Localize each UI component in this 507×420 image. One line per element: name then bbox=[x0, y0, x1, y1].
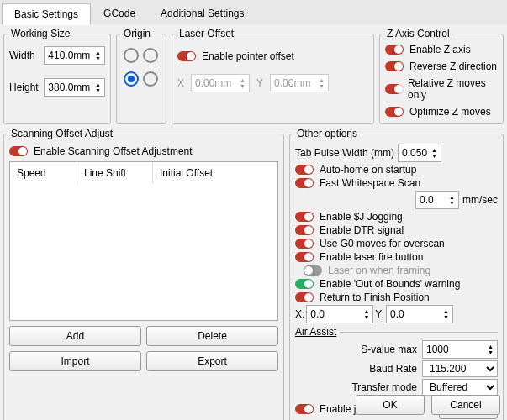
scanning-offset-table[interactable]: Speed Line Shift Initial Offset bbox=[9, 161, 278, 321]
return-finish-toggle[interactable] bbox=[295, 292, 314, 302]
tab-pulse-label: Tab Pulse Width (mm) bbox=[295, 147, 394, 159]
width-input[interactable] bbox=[48, 50, 90, 61]
finish-x-label: X: bbox=[295, 308, 304, 320]
height-input[interactable] bbox=[48, 81, 90, 93]
tab-additional-settings[interactable]: Additional Settings bbox=[148, 3, 256, 24]
reverse-z-label: Reverse Z direction bbox=[409, 60, 497, 72]
enable-pointer-offset-label: Enable pointer offset bbox=[202, 50, 294, 62]
laser-on-framing-toggle bbox=[304, 265, 322, 276]
offset-y-label: Y bbox=[256, 77, 263, 89]
spinner-arrows[interactable]: ▲▼ bbox=[488, 344, 494, 355]
enable-pointer-offset-toggle[interactable] bbox=[177, 51, 196, 61]
export-button[interactable]: Export bbox=[146, 351, 278, 371]
tab-basic-settings[interactable]: Basic Settings bbox=[2, 3, 91, 25]
baud-select[interactable]: 115.200 bbox=[422, 360, 498, 377]
optimize-z-label: Optimize Z moves bbox=[409, 106, 491, 118]
origin-bottom-right[interactable] bbox=[143, 71, 158, 87]
spinner-arrows[interactable]: ▲▼ bbox=[95, 81, 101, 93]
fastws-unit: mm/sec bbox=[462, 194, 498, 206]
laser-on-framing-label: Laser on when framing bbox=[328, 265, 430, 276]
spinner-arrows[interactable]: ▲▼ bbox=[449, 194, 455, 206]
working-size-legend: Working Size bbox=[9, 28, 71, 39]
tab-gcode[interactable]: GCode bbox=[91, 3, 148, 24]
delete-button[interactable]: Delete bbox=[146, 326, 278, 346]
jjog-toggle[interactable] bbox=[295, 212, 314, 222]
height-spinner[interactable]: ▲▼ bbox=[44, 78, 105, 97]
finish-x-spinner[interactable]: ▲▼ bbox=[306, 305, 373, 323]
tab-bar: Basic Settings GCode Additional Settings bbox=[0, 0, 507, 24]
add-button[interactable]: Add bbox=[9, 326, 141, 346]
fastws-toggle[interactable] bbox=[295, 178, 314, 188]
enable-scanning-offset-toggle[interactable] bbox=[9, 146, 28, 156]
scanning-legend: Scanning Offset Adjust bbox=[9, 128, 114, 139]
firebtn-toggle[interactable] bbox=[295, 252, 314, 262]
reverse-z-toggle[interactable] bbox=[385, 61, 404, 71]
outofbounds-toggle[interactable] bbox=[295, 279, 314, 289]
zaxis-legend: Z Axis Control bbox=[385, 28, 452, 39]
col-line-shift[interactable]: Line Shift bbox=[77, 162, 153, 184]
svalue-input[interactable] bbox=[426, 344, 477, 355]
laser-offset-legend: Laser Offset bbox=[177, 28, 235, 39]
autohome-toggle[interactable] bbox=[295, 165, 314, 175]
tab-pulse-input[interactable] bbox=[402, 147, 430, 159]
finish-x-input[interactable] bbox=[310, 308, 352, 320]
optimize-z-toggle[interactable] bbox=[385, 107, 404, 117]
fastws-input[interactable] bbox=[420, 194, 443, 206]
height-label: Height bbox=[9, 81, 40, 93]
g0-toggle[interactable] bbox=[295, 239, 314, 249]
fastws-spinner[interactable]: ▲▼ bbox=[415, 191, 459, 209]
air-assist-label: Air Assist bbox=[295, 326, 336, 338]
firebtn-label: Enable laser fire button bbox=[320, 251, 423, 263]
offset-x-spinner[interactable]: ▲▼ bbox=[191, 74, 250, 92]
enable-scanning-offset-label: Enable Scanning Offset Adjustment bbox=[34, 145, 193, 157]
spinner-arrows[interactable]: ▲▼ bbox=[319, 77, 325, 89]
finish-y-label: Y: bbox=[375, 308, 384, 320]
relative-z-toggle[interactable] bbox=[385, 84, 402, 94]
origin-bottom-left[interactable] bbox=[124, 71, 139, 87]
baud-label: Baud Rate bbox=[369, 363, 417, 375]
svalue-label: S-value max bbox=[361, 344, 417, 355]
width-spinner[interactable]: ▲▼ bbox=[44, 46, 105, 65]
svalue-spinner[interactable]: ▲▼ bbox=[422, 340, 498, 359]
dtr-label: Enable DTR signal bbox=[320, 224, 404, 236]
return-finish-label: Return to Finish Position bbox=[320, 291, 430, 303]
ok-button[interactable]: OK bbox=[356, 395, 425, 415]
offset-x-label: X bbox=[177, 77, 184, 89]
outofbounds-label: Enable 'Out of Bounds' warning bbox=[320, 278, 460, 290]
tab-pulse-spinner[interactable]: ▲▼ bbox=[398, 144, 441, 162]
spinner-arrows[interactable]: ▲▼ bbox=[431, 147, 437, 159]
jjog-label: Enable $J Jogging bbox=[320, 211, 403, 223]
autohome-label: Auto-home on startup bbox=[320, 164, 416, 176]
enable-z-label: Enable Z axis bbox=[409, 44, 471, 55]
fastws-label: Fast Whitespace Scan bbox=[320, 177, 420, 189]
origin-legend: Origin bbox=[122, 28, 152, 39]
spinner-arrows[interactable]: ▲▼ bbox=[95, 50, 101, 61]
spinner-arrows[interactable]: ▲▼ bbox=[443, 308, 449, 320]
dtr-toggle[interactable] bbox=[295, 225, 314, 235]
other-options-legend: Other options bbox=[295, 128, 359, 139]
enable-z-toggle[interactable] bbox=[385, 45, 404, 55]
origin-top-right[interactable] bbox=[143, 48, 158, 63]
offset-y-input[interactable] bbox=[274, 77, 316, 89]
col-speed[interactable]: Speed bbox=[10, 162, 77, 184]
spinner-arrows[interactable]: ▲▼ bbox=[240, 77, 246, 89]
width-label: Width bbox=[9, 50, 40, 61]
finish-y-input[interactable] bbox=[390, 308, 432, 320]
col-initial-offset[interactable]: Initial Offset bbox=[153, 162, 277, 184]
offset-y-spinner[interactable]: ▲▼ bbox=[270, 74, 329, 92]
import-button[interactable]: Import bbox=[9, 351, 141, 371]
spinner-arrows[interactable]: ▲▼ bbox=[363, 308, 369, 320]
origin-top-left[interactable] bbox=[124, 48, 139, 63]
relative-z-label: Relative Z moves only bbox=[408, 77, 498, 101]
cancel-button[interactable]: Cancel bbox=[431, 395, 500, 415]
offset-x-input[interactable] bbox=[195, 77, 237, 89]
g0-label: Use G0 moves for overscan bbox=[320, 238, 445, 249]
finish-y-spinner[interactable]: ▲▼ bbox=[386, 305, 453, 323]
